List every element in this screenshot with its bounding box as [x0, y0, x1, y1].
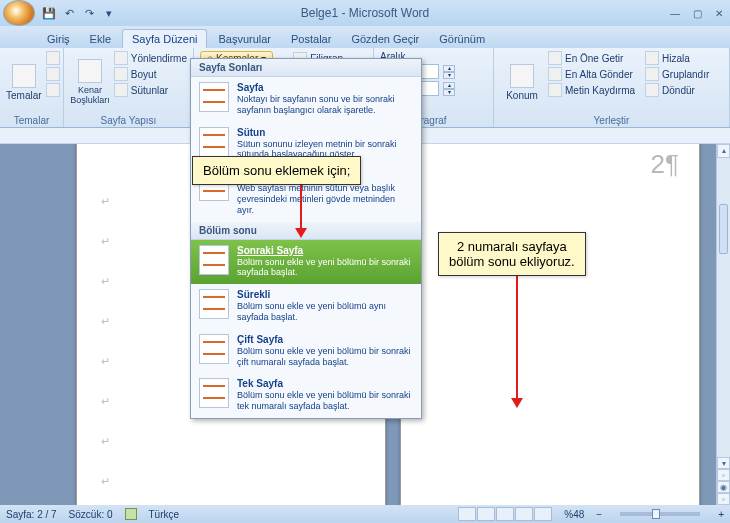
break-odd-page-icon [199, 378, 229, 408]
text-wrap-button[interactable]: Metin Kaydırma [548, 83, 635, 97]
spin-up[interactable]: ▴ [443, 82, 455, 89]
view-print-layout[interactable] [458, 507, 476, 521]
break-next-page-icon [199, 245, 229, 275]
zoom-out-button[interactable]: − [596, 509, 602, 520]
zoom-slider[interactable] [620, 512, 700, 516]
colors-icon [46, 51, 60, 65]
arrow-line-2 [516, 274, 518, 400]
status-words[interactable]: Sözcük: 0 [69, 509, 113, 520]
columns-icon [114, 83, 128, 97]
view-full-screen[interactable] [477, 507, 495, 521]
arrow-line-1 [300, 180, 302, 230]
orientation-icon [114, 51, 128, 65]
themes-icon [12, 64, 36, 88]
ribbon-tabs: Giriş Ekle Sayfa Düzeni Başvurular Posta… [0, 26, 730, 48]
break-continuous[interactable]: SürekliBölüm sonu ekle ve yeni bölümü ay… [191, 284, 421, 329]
prev-page-button[interactable]: ◦ [717, 469, 730, 481]
break-continuous-icon [199, 289, 229, 319]
window-title: Belge1 - Microsoft Word [301, 6, 430, 20]
break-even-page-icon [199, 334, 229, 364]
theme-effects-button[interactable] [46, 83, 60, 97]
break-odd-page[interactable]: Tek SayfaBölüm sonu ekle ve yeni bölümü … [191, 373, 421, 418]
vertical-scrollbar: ▴ ▾ ◦ ◉ ◦ [716, 144, 730, 505]
align-icon [645, 51, 659, 65]
status-language[interactable]: Türkçe [149, 509, 180, 520]
themes-group-label: Temalar [6, 113, 57, 126]
break-page[interactable]: SayfaNoktayı bir sayfanın sonu ve bir so… [191, 77, 421, 122]
margins-icon [78, 59, 102, 83]
theme-fonts-button[interactable] [46, 67, 60, 81]
view-web-layout[interactable] [496, 507, 514, 521]
size-icon [114, 67, 128, 81]
break-even-page[interactable]: Çift SayfaBölüm sonu ekle ve yeni bölümü… [191, 329, 421, 374]
group-icon [645, 67, 659, 81]
tab-references[interactable]: Başvurular [209, 30, 280, 48]
scroll-up-button[interactable]: ▴ [717, 144, 730, 158]
page-number-mark: 2¶ [651, 149, 679, 180]
scroll-down-button[interactable]: ▾ [717, 457, 730, 469]
tab-review[interactable]: Gözden Geçir [342, 30, 428, 48]
paragraph-marks: ↵↵↵↵↵↵↵↵ [101, 181, 110, 501]
view-outline[interactable] [515, 507, 533, 521]
close-button[interactable]: ✕ [708, 4, 730, 22]
rotate-button[interactable]: Döndür [645, 83, 709, 97]
orientation-button[interactable]: Yönlendirme [114, 51, 187, 65]
breaks-gallery: Sayfa Sonları SayfaNoktayı bir sayfanın … [190, 58, 422, 419]
scroll-thumb[interactable] [719, 204, 728, 254]
break-page-icon [199, 82, 229, 112]
theme-colors-button[interactable] [46, 51, 60, 65]
send-back-button[interactable]: En Alta Gönder [548, 67, 635, 81]
spin-up[interactable]: ▴ [443, 65, 455, 72]
office-button[interactable] [3, 0, 35, 26]
rotate-icon [645, 83, 659, 97]
tab-page-layout[interactable]: Sayfa Düzeni [122, 29, 207, 48]
size-button[interactable]: Boyut [114, 67, 187, 81]
minimize-button[interactable]: — [664, 4, 686, 22]
arrow-head-2 [511, 398, 523, 408]
callout-adding-to-page-2: 2 numaralı sayfaya bölüm sonu ekliyoruz. [438, 232, 586, 276]
page-2[interactable]: 2¶ Bölüm Sonu (Sonraki Sayfa) [400, 144, 700, 505]
view-draft[interactable] [534, 507, 552, 521]
browse-object-button[interactable]: ◉ [717, 481, 730, 493]
break-next-page[interactable]: Sonraki SayfaBölüm sonu ekle ve yeni böl… [191, 240, 421, 285]
proofing-icon[interactable] [125, 508, 137, 520]
themes-button[interactable]: Temalar [6, 51, 42, 113]
position-button[interactable]: Konum [500, 51, 544, 113]
bring-front-button[interactable]: En Öne Getir [548, 51, 635, 65]
gallery-header-page-breaks: Sayfa Sonları [191, 59, 421, 77]
quick-access-toolbar: 💾 ↶ ↷ ▾ [41, 5, 117, 21]
send-back-icon [548, 67, 562, 81]
effects-icon [46, 83, 60, 97]
save-icon[interactable]: 💾 [41, 5, 57, 21]
page-setup-group-label: Sayfa Yapısı [70, 113, 187, 126]
spin-down[interactable]: ▾ [443, 72, 455, 79]
zoom-slider-knob[interactable] [652, 509, 660, 519]
break-column-icon [199, 127, 229, 157]
tab-home[interactable]: Giriş [38, 30, 79, 48]
position-icon [510, 64, 534, 88]
group-button[interactable]: Gruplandır [645, 67, 709, 81]
zoom-in-button[interactable]: + [718, 509, 724, 520]
arrange-group-label: Yerleştir [500, 113, 723, 126]
text-wrap-icon [548, 83, 562, 97]
spin-down[interactable]: ▾ [443, 89, 455, 96]
bring-front-icon [548, 51, 562, 65]
margins-button[interactable]: Kenar Boşlukları [70, 51, 110, 113]
columns-button[interactable]: Sütunlar [114, 83, 187, 97]
redo-icon[interactable]: ↷ [81, 5, 97, 21]
arrow-head-1 [295, 228, 307, 238]
callout-add-section-break: Bölüm sonu eklemek için; [192, 156, 361, 185]
status-bar: Sayfa: 2 / 7 Sözcük: 0 Türkçe %48 − + [0, 505, 730, 523]
status-page[interactable]: Sayfa: 2 / 7 [6, 509, 57, 520]
view-buttons [458, 507, 552, 521]
tab-mailings[interactable]: Postalar [282, 30, 340, 48]
fonts-icon [46, 67, 60, 81]
next-page-button[interactable]: ◦ [717, 493, 730, 505]
qat-customize-icon[interactable]: ▾ [101, 5, 117, 21]
align-button[interactable]: Hizala [645, 51, 709, 65]
undo-icon[interactable]: ↶ [61, 5, 77, 21]
zoom-level[interactable]: %48 [564, 509, 584, 520]
tab-view[interactable]: Görünüm [430, 30, 494, 48]
maximize-button[interactable]: ▢ [686, 4, 708, 22]
tab-insert[interactable]: Ekle [81, 30, 120, 48]
